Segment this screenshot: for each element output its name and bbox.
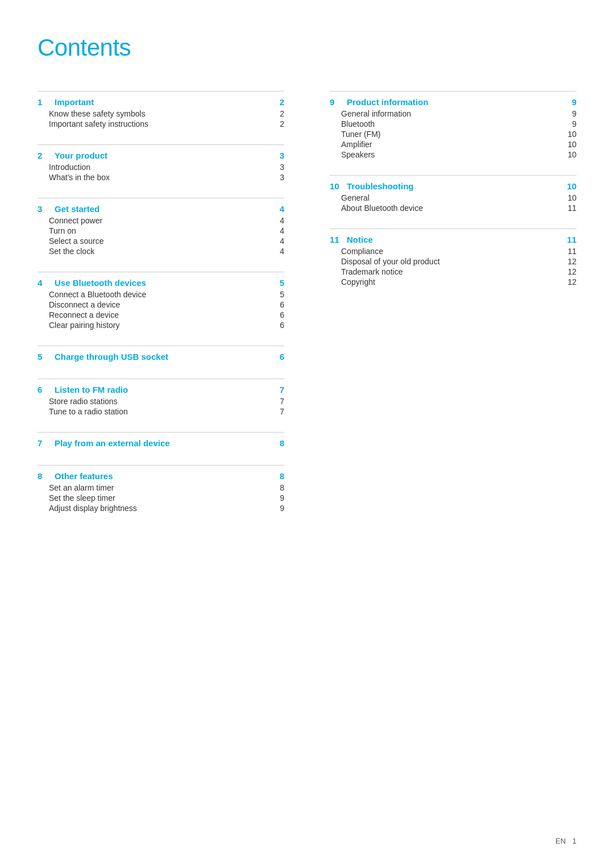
toc-heading-page-1: 2 bbox=[280, 97, 284, 107]
toc-item-page: 9 bbox=[572, 109, 576, 118]
toc-item-label: Speakers bbox=[341, 150, 375, 159]
toc-section-11: 11Notice11Compliance11Disposal of your o… bbox=[330, 229, 576, 296]
toc-item-label: Select a source bbox=[49, 236, 104, 246]
toc-item: Disposal of your old product12 bbox=[330, 257, 576, 266]
toc-item-label: Set an alarm timer bbox=[49, 483, 114, 492]
toc-item-page: 10 bbox=[567, 130, 576, 139]
toc-item-page: 2 bbox=[280, 109, 284, 118]
toc-item: What's in the box3 bbox=[38, 173, 284, 182]
toc-item: Important safety instructions2 bbox=[38, 119, 284, 128]
toc-item-label: Turn on bbox=[49, 226, 76, 235]
toc-item-label: Important safety instructions bbox=[49, 119, 148, 128]
toc-item: Select a source4 bbox=[38, 236, 284, 246]
toc-heading-page-3: 4 bbox=[280, 204, 284, 214]
toc-section-10: 10Troubleshooting10General10About Blueto… bbox=[330, 175, 576, 222]
toc-heading-row-3: 3Get started4 bbox=[38, 204, 284, 214]
toc-item-label: General bbox=[341, 193, 370, 202]
toc-item-page: 9 bbox=[280, 504, 284, 513]
toc-item-label: What's in the box bbox=[49, 173, 110, 182]
toc-heading-label-5: Charge through USB socket bbox=[55, 352, 280, 362]
toc-item-page: 4 bbox=[280, 247, 284, 256]
toc-item: Disconnect a device6 bbox=[38, 300, 284, 309]
toc-item: Tuner (FM)10 bbox=[330, 130, 576, 139]
toc-section-6: 6Listen to FM radio7Store radio stations… bbox=[38, 379, 284, 425]
toc-item-page: 6 bbox=[280, 321, 284, 330]
toc-heading-row-11: 11Notice11 bbox=[330, 235, 576, 244]
toc-item: Compliance11 bbox=[330, 247, 576, 256]
toc-heading-label-7: Play from an external device bbox=[55, 438, 280, 448]
toc-heading-label-8: Other features bbox=[55, 471, 280, 481]
toc-num-9: 9 bbox=[330, 97, 341, 107]
toc-item-label: Connect power bbox=[49, 216, 102, 225]
footer-page-number: 1 bbox=[572, 837, 576, 845]
toc-item: Set an alarm timer8 bbox=[38, 483, 284, 492]
toc-heading-page-9: 9 bbox=[572, 97, 576, 107]
toc-item: Speakers10 bbox=[330, 150, 576, 159]
toc-num-8: 8 bbox=[38, 471, 49, 481]
toc-heading-page-4: 5 bbox=[280, 278, 284, 288]
toc-heading-page-5: 6 bbox=[280, 352, 284, 362]
toc-item-label: Clear pairing history bbox=[49, 321, 120, 330]
toc-item-label: Tune to a radio station bbox=[49, 407, 128, 416]
toc-item-page: 10 bbox=[567, 140, 576, 149]
toc-item: Adjust display brightness9 bbox=[38, 504, 284, 513]
toc-section-4: 4Use Bluetooth devices5Connect a Bluetoo… bbox=[38, 272, 284, 339]
toc-item-label: Reconnect a device bbox=[49, 310, 119, 319]
toc-heading-page-11: 11 bbox=[567, 235, 576, 244]
toc-num-10: 10 bbox=[330, 181, 341, 191]
toc-item: General information9 bbox=[330, 109, 576, 118]
toc-item-label: Set the sleep timer bbox=[49, 493, 115, 502]
toc-item: Set the sleep timer9 bbox=[38, 493, 284, 502]
toc-heading-label-11: Notice bbox=[347, 235, 567, 244]
toc-item-label: Set the clock bbox=[49, 247, 94, 256]
toc-heading-label-9: Product information bbox=[347, 97, 572, 107]
toc-heading-row-4: 4Use Bluetooth devices5 bbox=[38, 278, 284, 288]
toc-item: Amplifier10 bbox=[330, 140, 576, 149]
footer: EN 1 bbox=[555, 837, 576, 845]
toc-item: About Bluetooth device11 bbox=[330, 203, 576, 213]
toc-num-2: 2 bbox=[38, 151, 49, 160]
toc-item: Know these safety symbols2 bbox=[38, 109, 284, 118]
toc-item-page: 10 bbox=[567, 150, 576, 159]
toc-item-label: General information bbox=[341, 109, 411, 118]
toc-heading-row-7: 7Play from an external device8 bbox=[38, 438, 284, 448]
toc-item: Clear pairing history6 bbox=[38, 321, 284, 330]
toc-num-3: 3 bbox=[38, 204, 49, 214]
toc-item-page: 6 bbox=[280, 310, 284, 319]
toc-num-4: 4 bbox=[38, 278, 49, 288]
toc-item: Set the clock4 bbox=[38, 247, 284, 256]
toc-heading-row-2: 2Your product3 bbox=[38, 151, 284, 160]
toc-num-1: 1 bbox=[38, 97, 49, 107]
toc-item-page: 9 bbox=[280, 493, 284, 502]
toc-heading-label-6: Listen to FM radio bbox=[55, 385, 280, 394]
toc-item-label: Know these safety symbols bbox=[49, 109, 146, 118]
toc-heading-label-1: Important bbox=[55, 97, 280, 107]
footer-language: EN bbox=[555, 837, 566, 845]
toc-item: Connect power4 bbox=[38, 216, 284, 225]
toc-item: Introduction3 bbox=[38, 163, 284, 172]
toc-heading-row-8: 8Other features8 bbox=[38, 471, 284, 481]
toc-item-page: 6 bbox=[280, 300, 284, 309]
toc-item-page: 7 bbox=[280, 407, 284, 416]
toc-item-page: 12 bbox=[567, 257, 576, 266]
toc-item: Bluetooth9 bbox=[330, 119, 576, 128]
toc-section-7: 7Play from an external device8 bbox=[38, 432, 284, 458]
toc-section-9: 9Product information9General information… bbox=[330, 91, 576, 168]
toc-heading-label-2: Your product bbox=[55, 151, 280, 160]
toc-item-page: 12 bbox=[567, 267, 576, 276]
toc-heading-row-1: 1Important2 bbox=[38, 97, 284, 107]
toc-item-label: Disconnect a device bbox=[49, 300, 120, 309]
toc-item-page: 4 bbox=[280, 226, 284, 235]
toc-item-label: Trademark notice bbox=[341, 267, 403, 276]
toc-item-label: Connect a Bluetooth device bbox=[49, 290, 146, 299]
toc-item-page: 8 bbox=[280, 483, 284, 492]
toc-item: Store radio stations7 bbox=[38, 397, 284, 406]
toc-item-label: Store radio stations bbox=[49, 397, 118, 406]
toc-item-page: 7 bbox=[280, 397, 284, 406]
toc-heading-page-6: 7 bbox=[280, 385, 284, 394]
toc-num-7: 7 bbox=[38, 438, 49, 448]
toc-section-1: 1Important2Know these safety symbols2Imp… bbox=[38, 91, 284, 138]
toc-item-page: 5 bbox=[280, 290, 284, 299]
toc-item-label: About Bluetooth device bbox=[341, 203, 423, 213]
toc-item: Tune to a radio station7 bbox=[38, 407, 284, 416]
